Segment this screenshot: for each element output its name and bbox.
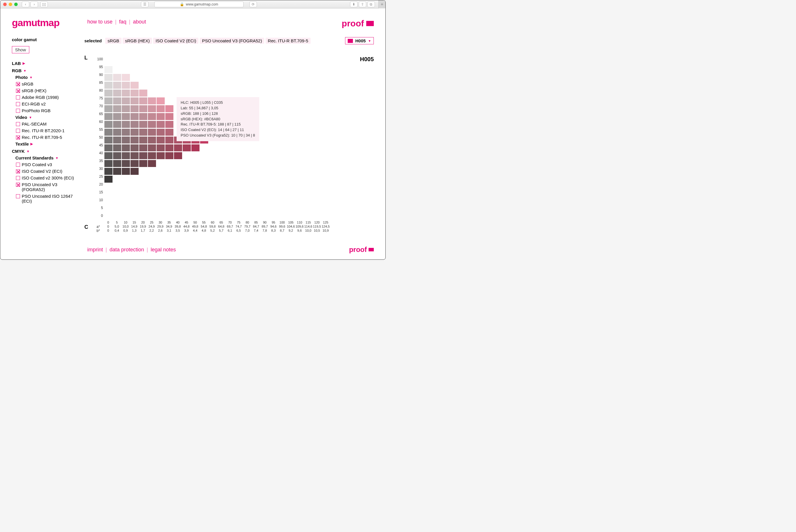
opt-pso-uncoated-v3[interactable]: PSO Uncoated V3 (FOGRA52) bbox=[16, 182, 81, 192]
gamut-cell[interactable] bbox=[165, 129, 174, 136]
gamut-cell[interactable] bbox=[165, 136, 174, 144]
gamut-cell[interactable] bbox=[165, 144, 174, 152]
gamut-cell[interactable] bbox=[113, 129, 121, 136]
gamut-cell[interactable] bbox=[165, 105, 174, 113]
address-bar[interactable]: 🔒 www.gamutmap.com bbox=[154, 1, 243, 7]
subgroup-photo[interactable]: Photo▼ bbox=[15, 75, 81, 80]
gamut-cell[interactable] bbox=[104, 144, 113, 152]
gamut-cell[interactable] bbox=[113, 136, 121, 144]
gamut-cell[interactable] bbox=[113, 97, 121, 104]
gamut-cell[interactable] bbox=[174, 144, 183, 152]
gamut-cell[interactable] bbox=[165, 120, 174, 128]
opt-bt709[interactable]: Rec. ITU-R BT.709-5 bbox=[16, 135, 81, 140]
gamut-cell[interactable] bbox=[113, 152, 121, 159]
gamut-cell[interactable] bbox=[113, 113, 121, 120]
gamut-cell[interactable] bbox=[165, 113, 174, 120]
new-tab-button[interactable]: + bbox=[378, 0, 385, 8]
show-button[interactable]: Show bbox=[12, 46, 29, 53]
hue-dropdown[interactable]: H005 ▼ bbox=[345, 37, 374, 44]
subgroup-video[interactable]: Video▼ bbox=[15, 115, 81, 120]
gamut-cell[interactable] bbox=[139, 113, 148, 120]
subgroup-textile[interactable]: Textile▶ bbox=[15, 141, 81, 147]
minimize-window-icon[interactable] bbox=[9, 3, 12, 6]
gamut-cell[interactable] bbox=[113, 81, 121, 89]
gamut-cell[interactable] bbox=[130, 136, 139, 144]
gamut-cell[interactable] bbox=[104, 97, 113, 104]
gamut-cell[interactable] bbox=[121, 120, 130, 128]
nav-how-to-use[interactable]: how to use bbox=[87, 19, 113, 25]
opt-iso-coated-v2[interactable]: ISO Coated V2 (ECI) bbox=[16, 169, 81, 174]
nav-about[interactable]: about bbox=[133, 19, 146, 25]
gamut-cell[interactable] bbox=[130, 105, 139, 113]
gamut-cell[interactable] bbox=[156, 97, 165, 104]
gamut-cell[interactable] bbox=[174, 152, 183, 159]
gamut-cell[interactable] bbox=[121, 81, 130, 89]
selected-chip[interactable]: ISO Coated V2 (ECI) bbox=[153, 38, 198, 44]
gamut-cell[interactable] bbox=[148, 152, 156, 159]
footer-proof-logo[interactable]: proof bbox=[349, 246, 374, 254]
gamut-cell[interactable] bbox=[113, 74, 121, 81]
forward-button[interactable]: › bbox=[31, 1, 38, 7]
gamut-cell[interactable] bbox=[130, 113, 139, 120]
gamut-cell[interactable] bbox=[139, 105, 148, 113]
gamut-cell[interactable] bbox=[113, 168, 121, 175]
opt-bt2020[interactable]: Rec. ITU-R BT.2020-1 bbox=[16, 128, 81, 133]
selected-chip[interactable]: Rec. ITU-R BT.709-5 bbox=[266, 38, 310, 44]
gamut-cell[interactable] bbox=[121, 97, 130, 104]
gamut-cell[interactable] bbox=[130, 160, 139, 167]
opt-pal-secam[interactable]: PAL-SECAM bbox=[16, 121, 81, 127]
site-logo[interactable]: gamutmap bbox=[12, 17, 59, 28]
maximize-window-icon[interactable] bbox=[14, 3, 18, 6]
gamut-cell[interactable] bbox=[139, 152, 148, 159]
share-button[interactable]: ⇪ bbox=[359, 1, 366, 7]
gamut-cell[interactable] bbox=[139, 136, 148, 144]
gamut-cell[interactable] bbox=[156, 136, 165, 144]
group-lab[interactable]: LAB▶ bbox=[12, 61, 81, 66]
gamut-cell[interactable] bbox=[104, 160, 113, 167]
footer-data-protection[interactable]: data protection bbox=[110, 247, 144, 252]
nav-faq[interactable]: faq bbox=[119, 19, 127, 25]
gamut-cell[interactable] bbox=[104, 175, 113, 183]
gamut-cell[interactable] bbox=[148, 113, 156, 120]
gamut-cell[interactable] bbox=[121, 105, 130, 113]
opt-srgb[interactable]: sRGB bbox=[16, 81, 81, 87]
gamut-cell[interactable] bbox=[191, 144, 200, 152]
sidebar-toggle-button[interactable]: ▯▯ bbox=[40, 1, 48, 7]
gamut-cell[interactable] bbox=[104, 89, 113, 97]
gamut-cell[interactable] bbox=[139, 144, 148, 152]
footer-legal-notes[interactable]: legal notes bbox=[151, 247, 176, 252]
gamut-cell[interactable] bbox=[148, 136, 156, 144]
gamut-cell[interactable] bbox=[139, 129, 148, 136]
selected-chip[interactable]: PSO Uncoated V3 (FOGRA52) bbox=[200, 38, 264, 44]
gamut-cell[interactable] bbox=[121, 152, 130, 159]
gamut-cell[interactable] bbox=[130, 120, 139, 128]
gamut-cell[interactable] bbox=[156, 144, 165, 152]
gamut-cell[interactable] bbox=[104, 136, 113, 144]
gamut-cell[interactable] bbox=[148, 144, 156, 152]
gamut-cell[interactable] bbox=[104, 120, 113, 128]
gamut-cell[interactable] bbox=[156, 120, 165, 128]
gamut-cell[interactable] bbox=[130, 144, 139, 152]
gamut-cell[interactable] bbox=[104, 168, 113, 175]
gamut-cell[interactable] bbox=[104, 113, 113, 120]
gamut-cell[interactable] bbox=[104, 129, 113, 136]
gamut-cell[interactable] bbox=[139, 89, 148, 97]
subgroup-current-standards[interactable]: Current Standards▼ bbox=[15, 155, 81, 160]
gamut-cell[interactable] bbox=[104, 74, 113, 81]
gamut-cell[interactable] bbox=[156, 105, 165, 113]
gamut-cell[interactable] bbox=[121, 129, 130, 136]
gamut-cell[interactable] bbox=[130, 89, 139, 97]
gamut-cell[interactable] bbox=[139, 160, 148, 167]
gamut-cell[interactable] bbox=[156, 113, 165, 120]
gamut-cell[interactable] bbox=[121, 168, 130, 175]
gamut-cell[interactable] bbox=[148, 120, 156, 128]
opt-eci-rgb[interactable]: ECI-RGB v2 bbox=[16, 101, 81, 107]
gamut-cell[interactable] bbox=[121, 136, 130, 144]
gamut-cell[interactable] bbox=[148, 129, 156, 136]
gamut-cell[interactable] bbox=[130, 81, 139, 89]
gamut-cell[interactable] bbox=[148, 160, 156, 167]
proof-logo[interactable]: proof bbox=[342, 19, 374, 28]
downloads-button[interactable]: ⬇ bbox=[350, 1, 358, 7]
gamut-cell[interactable] bbox=[130, 97, 139, 104]
gamut-cell[interactable] bbox=[121, 74, 130, 81]
